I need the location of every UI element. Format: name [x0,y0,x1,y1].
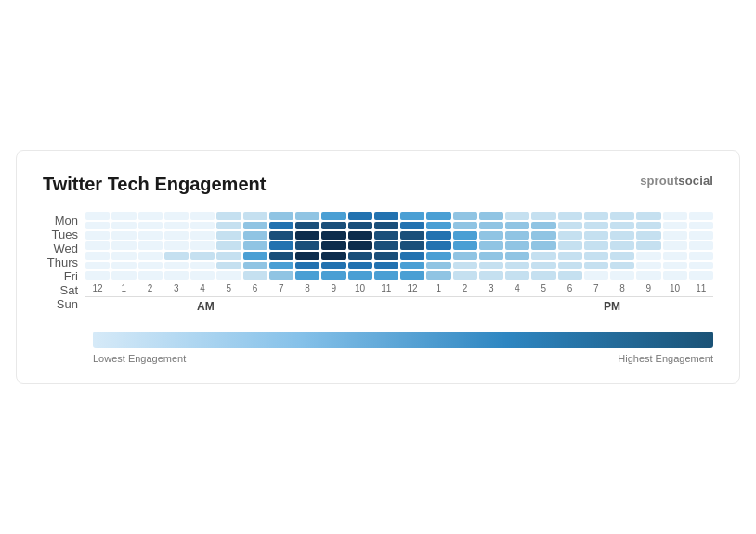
heatmap-cell [295,231,319,240]
heatmap-cell [295,271,319,280]
heatmap-cell [636,231,660,240]
heatmap-cell [269,262,293,270]
heatmap-cell [138,222,163,230]
heatmap-cell [479,241,503,250]
legend-high: Highest Engagement [618,353,713,364]
heatmap-cell [321,212,345,220]
heatmap-cell [584,241,608,250]
heatmap-cell [111,271,136,280]
heatmap-cell [453,252,477,260]
heatmap-cell [85,252,110,260]
heatmap-cell [348,222,372,230]
chart-title: Twitter Tech Engagement [43,174,266,195]
heatmap-cell [426,241,450,250]
heatmap-cell [111,262,136,270]
y-label: Fri [43,269,78,283]
heatmap-cell [374,262,398,270]
heatmap-cell [400,252,424,260]
heatmap-cell [636,252,660,260]
heatmap-cell [479,212,503,220]
heatmap-cell [584,271,608,280]
heatmap-cell [689,222,713,230]
heatmap-cell [584,252,608,260]
heatmap-cell [584,231,608,240]
heatmap-cell [216,252,241,260]
heatmap-cell [505,252,529,260]
x-label: 10 [348,283,372,293]
x-axis: 121234567891011121234567891011 AM PM [85,283,713,313]
heatmap-cell [584,222,608,230]
heatmap-cell [610,262,634,270]
heatmap-cell [426,212,450,220]
heatmap-cell [610,212,634,220]
x-label: 3 [479,283,503,293]
heatmap-cell [85,222,110,230]
x-label: 3 [164,283,189,293]
x-label: 5 [531,283,555,293]
heatmap-cell [269,231,293,240]
legend-labels: Lowest Engagement Highest Engagement [93,353,713,364]
heatmap-cell [663,231,687,240]
x-label: 12 [400,283,424,293]
x-label: 4 [190,283,215,293]
heatmap-cell [636,262,660,270]
heatmap-cell [243,252,267,260]
heatmap-cell [374,252,398,260]
heatmap-cell [426,262,450,270]
heatmap-cell [138,231,163,240]
heatmap-cell [85,262,110,270]
heatmap-cell [374,231,398,240]
heatmap-cell [190,262,215,270]
heatmap-cell [505,241,529,250]
heatmap-cell [348,252,372,260]
y-label: Tues [43,228,78,241]
heatmap-cell [479,222,503,230]
heatmap-cell [216,262,241,270]
heatmap-cell [479,231,503,240]
x-label: 10 [663,283,687,293]
y-label: Sun [43,297,78,311]
heatmap-cell [190,252,215,260]
heatmap-cell [689,231,713,240]
heatmap-cell [505,231,529,240]
heatmap-cell [111,222,136,230]
heatmap-cell [269,212,293,220]
heatmap-cell [531,231,555,240]
heatmap-cell [689,212,713,220]
heatmap-cell [374,212,398,220]
x-label: 9 [636,283,660,293]
heatmap-cell [321,262,345,270]
heatmap-cell [453,222,477,230]
heatmap-cell [321,271,345,280]
heatmap-cell [400,231,424,240]
heatmap-cell [243,231,267,240]
heatmap-cell [243,222,267,230]
heatmap-cell [374,271,398,280]
heatmap-cell [85,212,110,220]
heatmap-cell [348,271,372,280]
y-axis-labels: MonTuesWedThursFriSatSun [43,212,85,313]
heatmap-cell [164,262,189,270]
heatmap-cell [243,271,267,280]
heatmap-cell [295,222,319,230]
heatmap-cell [400,222,424,230]
heatmap-cell [269,222,293,230]
brand-logo: sproutsocial [640,174,713,188]
heatmap-cell [164,241,189,250]
heatmap-cell [584,212,608,220]
x-label: 6 [558,283,582,293]
heatmap-cell [453,231,477,240]
x-label: 5 [216,283,241,293]
heatmap-cell [190,271,215,280]
x-label: 1 [426,283,450,293]
heatmap-cell [269,252,293,260]
heatmap-cell [348,231,372,240]
heatmap-cell [321,252,345,260]
chart-header: Twitter Tech Engagement sproutsocial [43,174,713,195]
heatmap-cell [610,252,634,260]
heatmap-cell [190,212,215,220]
heatmap-cell [190,231,215,240]
am-label: AM [85,300,215,313]
heatmap-cell [138,262,163,270]
heatmap-cell [321,231,345,240]
